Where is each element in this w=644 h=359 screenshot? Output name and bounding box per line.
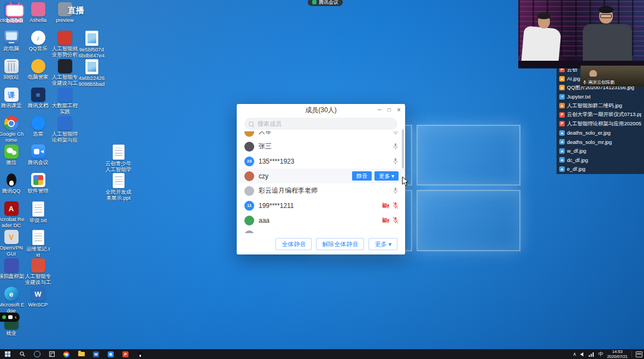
file-row[interactable]: ▲ 人工智能加群二维码.jpg [557, 101, 644, 111]
icon-software-manager[interactable]: 软件管理 [26, 173, 51, 201]
icon-xunlei[interactable]: 迅雷 [26, 116, 51, 144]
icon-qq-music[interactable]: ♪ QQ音乐 [26, 31, 51, 59]
close-button[interactable]: × [397, 107, 401, 113]
icon-tencent-docs[interactable]: ≡ 腾讯文档 [26, 88, 51, 116]
mute-button[interactable]: 静音 [352, 171, 372, 181]
taskbar-powerpoint[interactable]: P [118, 349, 133, 359]
volume-icon[interactable] [580, 352, 585, 357]
mic-icon[interactable] [393, 143, 399, 150]
icon-winscp[interactable]: W WinSCP [26, 287, 51, 315]
collapse-icon[interactable]: ‹ [15, 315, 16, 320]
taskbar-word[interactable]: W [89, 349, 103, 359]
file-row[interactable]: P 云创大学第一期开班仪式0713.pptx [557, 111, 644, 120]
icon-tencent-meeting[interactable]: 腾讯会议 [26, 144, 51, 173]
icon-chrome[interactable]: Google Chrome [0, 116, 24, 144]
mic-muted-icon[interactable] [393, 217, 399, 224]
taskbar-tencent-meeting[interactable] [103, 349, 118, 359]
mic-icon[interactable] [393, 187, 399, 194]
file-row[interactable]: ≡ Jupyter.txt [557, 92, 644, 102]
file-row[interactable]: ▲ deaths_solo_mr.jpg [557, 137, 644, 147]
pip-video[interactable]: 南京云创陈鹏 [581, 66, 644, 86]
taskbar-file-explorer[interactable] [74, 349, 89, 359]
icon-this-pc[interactable]: 此电脑 [0, 31, 24, 59]
icon-wechat[interactable]: 微信 [0, 144, 24, 173]
desktop-icon-label: 微信 [0, 160, 25, 166]
file-row[interactable]: ▲ deaths_solo_er.jpg [557, 129, 644, 138]
file-name: dc_df.jpg [567, 157, 588, 163]
icon-yunchuang-doc[interactable]: 云创青少年人工智能学院... [106, 144, 131, 173]
maximize-button[interactable]: □ [388, 107, 391, 113]
dialog-titlebar[interactable]: 成员(30人) ─ □ × [237, 104, 405, 116]
member-row[interactable]: 大帝 [237, 131, 405, 139]
icon-tencent-ketang[interactable]: 课 腾讯课堂 [0, 88, 24, 116]
file-row[interactable]: P 人工智能理论框架与应用20200506.pptx [557, 119, 644, 129]
more-button[interactable]: 更多 ▾ [368, 238, 397, 250]
icon-moni-pan[interactable]: 模拟盘框架 [0, 258, 24, 287]
file-row[interactable]: ▲ w_df.jpg [557, 147, 644, 156]
icon-bishe-txt[interactable]: 毕设.txt [26, 201, 51, 230]
icon-quanmin-pptx[interactable]: 全民开发成果展示.pptx [106, 173, 131, 201]
member-row[interactable]: 静音 更多 ▾ [237, 228, 405, 233]
ime-indicator[interactable]: 中 [598, 352, 603, 357]
avatar [244, 171, 254, 181]
cortana-button[interactable] [30, 349, 44, 359]
icon-bigdata-doc[interactable]: 大数据工程实践 [52, 88, 78, 116]
icon-recycle-bin[interactable]: 回收站 [0, 59, 24, 88]
tray-expand-icon[interactable]: ∧ [573, 352, 577, 357]
chat-dock[interactable]: ‹ [0, 312, 20, 322]
member-search-input[interactable] [256, 120, 393, 128]
member-row[interactable]: 彩云追月编程李老师 [237, 183, 405, 198]
desktop-icon-label: 腾讯会议 [25, 160, 51, 166]
taskbar-qq[interactable] [133, 349, 148, 359]
member-row[interactable]: 23 135****1923 [237, 154, 405, 169]
mic-icon[interactable] [393, 131, 399, 135]
taskbar-search-button[interactable] [15, 349, 30, 359]
icon-img-4a6b[interactable]: 4a6b224269098b5bad5... [79, 59, 104, 88]
taskbar-chrome[interactable] [59, 349, 74, 359]
main-video[interactable] [518, 0, 644, 68]
icon-ai-theory-doc[interactable]: 人工智能理论框架与应用... [52, 116, 78, 144]
file-row[interactable]: ▲ dc_df.jpg [557, 155, 644, 165]
icon-ai-major-doc[interactable]: 人工智能专业建设与工程 [26, 258, 51, 287]
member-row[interactable]: 张三 [237, 139, 405, 154]
member-row[interactable]: czy [237, 169, 405, 183]
icon-pc-manager[interactable]: 电脑管家 [26, 59, 51, 88]
pip-name: 南京云创陈鹏 [588, 79, 614, 85]
screen-share-pill[interactable]: 腾讯会议 [308, 0, 343, 6]
clock[interactable]: 14:53 2020/07/21 [607, 349, 628, 359]
mic-icon[interactable] [393, 158, 399, 165]
icon-openvpn[interactable]: V OpenVPN GUI [0, 230, 24, 258]
row-more-button[interactable]: 更多 ▾ [374, 171, 399, 181]
search-icon [20, 351, 25, 357]
mic-muted-icon[interactable] [393, 202, 399, 209]
file-row[interactable]: ▲ e_df.jpg [557, 165, 644, 174]
icon-acrobat[interactable]: A Acrobat Reader DC [0, 201, 24, 230]
desktop-icon-label: 腾讯课堂 [0, 103, 25, 109]
camera-muted-icon[interactable] [382, 217, 389, 223]
icon-ashella[interactable]: Ashella [26, 2, 51, 31]
icon-qq[interactable]: 腾讯QQ [0, 173, 24, 201]
wallpaper-window-pane [417, 125, 520, 186]
icon-edge[interactable]: e Microsoft Edge [0, 287, 24, 315]
icon-ai-jobs-doc[interactable]: 人工智能就业形势分析07... [52, 31, 78, 59]
scrollbar[interactable] [402, 129, 404, 169]
icon-yunwei-txt[interactable]: 运维笔记.txt [26, 230, 51, 258]
member-row[interactable]: aaa [237, 213, 405, 228]
dialog-title: 成员(30人) [305, 106, 336, 115]
camera-muted-icon[interactable] [382, 202, 389, 209]
mute-all-button[interactable]: 全体静音 [276, 238, 312, 250]
icon-ai-major-doc2[interactable]: 人工智能专业建设与工程... [52, 59, 78, 88]
icon-img-9e5b[interactable]: 9e5bf507d6bdb847e47... [79, 31, 104, 59]
member-row[interactable]: 11 199****1211 [237, 198, 405, 213]
desktop-icon-label: WinSCP [25, 302, 51, 308]
tray-separator [631, 351, 632, 357]
task-view-button[interactable] [44, 349, 59, 359]
start-button[interactable] [0, 349, 15, 359]
members-dialog: 成员(30人) ─ □ × 大帝 [237, 104, 405, 254]
network-icon[interactable] [589, 352, 594, 357]
desktop-icon-label: Google Chrome [0, 131, 25, 143]
unmute-all-button[interactable]: 解除全体静音 [316, 238, 364, 250]
minimize-button[interactable]: ─ [378, 107, 382, 113]
desktop-icon-label: 此电脑 [0, 46, 25, 52]
notification-center-button[interactable] [636, 351, 642, 357]
